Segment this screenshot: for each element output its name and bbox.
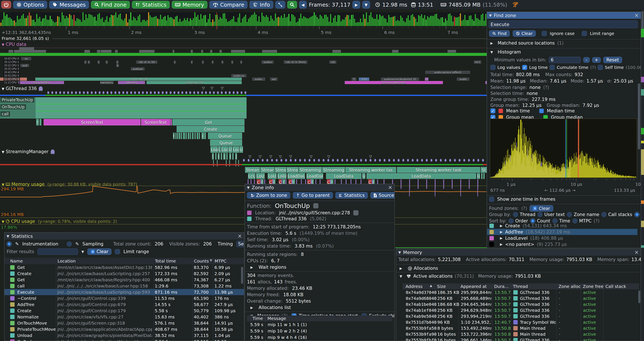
frame-mark-icon[interactable]: ▽ <box>210 86 213 90</box>
frame-mark-icon[interactable]: ▽ <box>369 154 372 159</box>
cpu-zone-chip[interactable]: aut <box>270 78 278 81</box>
statistics-button[interactable]: Statistics <box>132 1 170 9</box>
cpu-zone-chip[interactable]: c <box>84 61 86 64</box>
zone-bar[interactable]: Streaming worker task <box>397 167 480 173</box>
cpu-zone-chip[interactable]: c <box>88 61 90 64</box>
close-icon[interactable]: × <box>388 184 392 190</box>
statistics-row[interactable]: Create jni/../jni/src/claw/base/LuaScrip… <box>4 270 244 277</box>
cpu-zone-chip[interactable]: audiose <box>131 67 144 70</box>
help-icon[interactable]: (?) <box>521 206 527 211</box>
cpu-zone-chip[interactable]: (worker) <box>118 81 145 84</box>
zone-bar[interactable] <box>190 133 191 139</box>
allocation-row[interactable]: 0x74ab1be040 186.68 KB 294,645,364ns 13:… <box>403 301 639 307</box>
found-zone-row[interactable]: ▶ AddTree (18,542) 227.19 ms <box>487 229 638 235</box>
frame-dropdown-button[interactable]: ▼ <box>362 1 370 9</box>
cpu-zone-chip[interactable]: GLThread 336 <box>146 81 242 84</box>
zone-bar[interactable]: LoadDaU <box>306 173 323 179</box>
sampling-radio[interactable] <box>67 241 72 246</box>
zone-bar[interactable] <box>176 133 176 139</box>
cpu-zone-chip[interactable]: c <box>202 61 204 64</box>
gl-parent-zones[interactable] <box>0 97 246 119</box>
tools-button[interactable] <box>275 1 285 9</box>
col-size[interactable]: Size <box>437 284 446 289</box>
zone-bar[interactable]: LoU <box>256 173 265 179</box>
zone-bar[interactable]: ScreenText <box>44 119 140 125</box>
help-icon[interactable]: (?) <box>543 85 549 90</box>
col-total-time[interactable]: Total time <box>155 258 176 264</box>
statistics-row[interactable]: Create jni/../jni/src/guif/Control.cpp:1… <box>4 307 244 314</box>
cpu-zone-chip[interactable]: kworker/u <box>100 81 113 84</box>
col-zone-alloc[interactable]: Zone alloc <box>558 284 581 289</box>
find-zone-query-input[interactable] <box>489 21 638 28</box>
frame-mark-icon[interactable]: ▽ <box>202 86 205 90</box>
message-row[interactable]: 5.59 s mip 9 w 4 h 4 (16) <box>247 334 392 340</box>
memory-scrollbar[interactable] <box>638 290 640 303</box>
statistics-row[interactable]: PrivateTouchMove jni/../jni/src/claw/app… <box>4 326 244 332</box>
memory-titlebar[interactable]: ▼ Memory × <box>396 249 641 256</box>
zone-bar[interactable]: LcU <box>248 173 255 179</box>
cpu-zone-chip[interactable]: TraD <box>359 78 369 81</box>
cpu-zone-chip[interactable]: c <box>174 61 176 64</box>
reset-button[interactable]: Reset <box>603 57 622 63</box>
col-message[interactable]: Message <box>268 316 286 321</box>
statistics-row[interactable]: Get /mnt/e/claw/src/claw/base/Registry.h… <box>4 277 244 283</box>
zone-bar[interactable]: ( <box>212 153 214 160</box>
histogram-toggle-row[interactable]: ▼ Histogram <box>488 48 523 56</box>
memory-plot-header[interactable]: ▼ Memory usage (y-range: 30.88 KB, visib… <box>2 182 137 187</box>
zone-bar[interactable] <box>221 153 222 160</box>
zone-bar[interactable]: Up <box>240 146 243 153</box>
cpu-zone-chip[interactable]: c <box>222 61 223 64</box>
zone-bar[interactable]: ( <box>218 153 220 160</box>
found-zone-row[interactable]: ▶ <no parent> (9) 225.73 µs <box>487 241 638 247</box>
statistics-row[interactable]: AddTree jni/../jni/src/guif/Control.cpp:… <box>4 301 244 307</box>
zone-bar[interactable] <box>481 173 482 179</box>
col-time[interactable]: Time <box>252 316 263 321</box>
collapse-icon[interactable]: ▼ <box>489 14 492 18</box>
cpu-zone-chip[interactable]: c <box>191 61 193 64</box>
zone-bar[interactable]: LoU <box>268 173 276 179</box>
cpu-zone-chip[interactable]: audio. <box>252 78 265 81</box>
cpu-zone-chip[interactable]: cds_ol_rx_thr <box>136 61 157 64</box>
zone-bar[interactable] <box>215 153 216 160</box>
options-button[interactable]: Options <box>13 1 47 9</box>
streaming-header[interactable]: ▼ StreamingManager <box>2 149 54 154</box>
message-row[interactable]: 5.59 s mip 10 w 2 h 2 (4) <box>247 328 392 334</box>
allocation-row[interactable]: 0x74a9d68040 256 KB 295,668,489ns 13:50.… <box>403 295 639 301</box>
zone-bar[interactable] <box>197 133 198 139</box>
cpu-zone-chip[interactable]: audios <box>262 61 274 64</box>
found-zone-row[interactable]: ▶ LoadLevel (18) 406.88 µs <box>487 235 638 241</box>
cpu-zone-chip[interactable]: StreamingManager <box>345 81 443 84</box>
memory-button[interactable]: Memory <box>172 1 207 9</box>
statistics-row[interactable]: Normalize jni/../jni/src/claw/vfs/Vfs.cp… <box>4 314 244 320</box>
zone-bar[interactable]: Queue <box>210 139 242 146</box>
close-icon[interactable]: × <box>634 12 639 18</box>
col-name[interactable]: Name <box>10 258 23 264</box>
zoom-to-zone-button[interactable]: Zoom to zone <box>247 192 290 199</box>
message-row[interactable]: 5.59 s mip 11 w 1 h 1 (1) <box>247 321 392 328</box>
compare-button[interactable]: Compare <box>210 1 248 9</box>
collapse-icon[interactable]: ▼ <box>398 250 401 254</box>
zone-bar[interactable] <box>177 133 178 139</box>
log-time-checkbox[interactable]: ✓ <box>522 65 527 70</box>
found-zone-row[interactable]: ▶ Create (54,131) 643.34 ms <box>487 223 638 229</box>
allocation-row[interactable]: 0x74a9d37040 186.35 KB 295,999,844ns 13:… <box>403 289 639 295</box>
cpu-zone-chip[interactable]: c <box>106 61 108 64</box>
zone-bar[interactable]: LoadData <box>366 173 476 179</box>
cpu-data-header[interactable]: ▼ CPU data <box>2 42 26 47</box>
self-time-checkbox[interactable] <box>598 65 603 70</box>
next-frame-button[interactable]: ▶ <box>352 1 360 9</box>
zone-statistics-button[interactable]: Statistics <box>336 192 368 199</box>
zone-bar[interactable] <box>229 160 230 166</box>
clear-filter-button[interactable]: xClear <box>87 248 112 255</box>
zone-bar[interactable] <box>204 133 206 139</box>
col-zone-free[interactable]: Zone free <box>583 284 604 289</box>
statistics-scrollbar[interactable] <box>241 267 243 284</box>
zone-bar[interactable] <box>226 153 228 160</box>
zone-bar[interactable]: Strear <box>260 167 274 173</box>
go-to-parent-button[interactable]: ↑Go to parent <box>293 192 333 199</box>
min-bin-input[interactable]: 6 <box>549 57 581 63</box>
cpu-zone-chip[interactable]: cds_ol_rx_threa <box>284 61 307 64</box>
zone-bar[interactable] <box>192 133 194 139</box>
limit-range-checkbox[interactable] <box>582 31 587 36</box>
cpu-plot-header[interactable]: ▼ CPU usage (y-range: 0.78%, visible dat… <box>2 219 117 224</box>
